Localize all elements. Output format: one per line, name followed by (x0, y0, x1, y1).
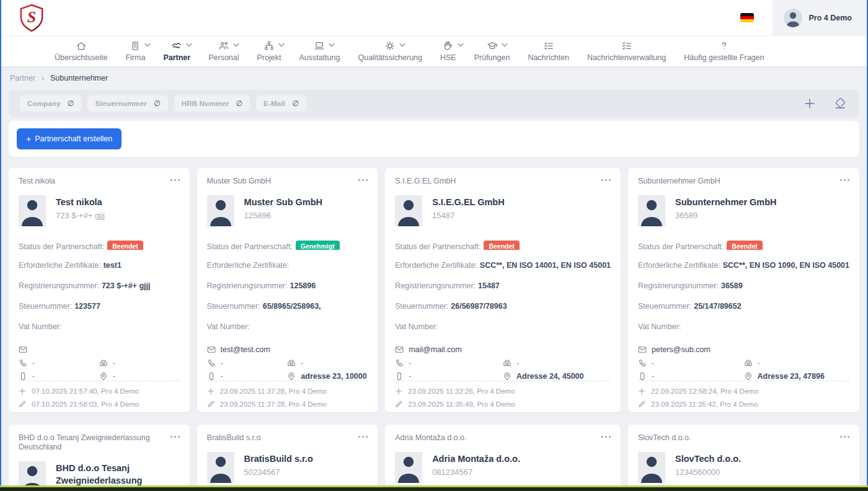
email-row[interactable]: test@test.com (207, 344, 368, 355)
vat-number-row: Vat Number: (638, 322, 849, 332)
certificates-row: Erforderliche Zertifikate: (207, 261, 368, 270)
partner-card[interactable]: S.I.E.G.EL GmbH S.I.E.G.EL GmbH 15487 St… (385, 168, 621, 412)
breadcrumb: Partner › Subunternehmer (0, 66, 868, 89)
plus-icon (638, 387, 645, 395)
create-partnership-button[interactable]: + Partnerschaft erstellen (17, 128, 122, 149)
address-cell: adresse 23, 10000 (287, 372, 368, 381)
envelope-icon (207, 345, 216, 354)
card-menu-button[interactable] (601, 433, 611, 440)
mobile-cell: - (395, 372, 503, 381)
clear-filter-icon[interactable]: ∅ (68, 100, 74, 107)
graduation-cap-icon (487, 40, 498, 51)
breadcrumb-partner[interactable]: Partner (10, 74, 35, 82)
vat-number-row: Vat Number: (19, 322, 180, 332)
svg-text:S: S (27, 7, 36, 25)
nav-item-nachrichtenverwaltung[interactable]: Nachrichtenverwaltung (587, 40, 666, 62)
task-list-icon (621, 40, 632, 51)
email-row[interactable] (19, 344, 180, 355)
partner-card[interactable]: SlovTech d.o.o. SlovTech d.o.o. 12345600… (628, 425, 859, 491)
fax-cell: - (503, 359, 611, 368)
nav-item-personal[interactable]: Personal (208, 40, 239, 62)
language-german-flag-icon[interactable] (740, 13, 754, 22)
partner-number: 723 $-+#+ gjjj (56, 211, 105, 220)
partner-avatar (638, 195, 665, 226)
fax-icon (744, 359, 753, 368)
status-row: Status der Partnerschaft:Beendet (19, 241, 180, 250)
nav-item-firma[interactable]: Firma (125, 40, 145, 62)
top-bar: S Pro 4 Demo (0, 0, 868, 35)
card-menu-button[interactable] (840, 177, 849, 184)
fax-icon (99, 359, 108, 368)
email-row[interactable]: mail@mail.com (395, 344, 611, 355)
address-cell: - (99, 372, 180, 381)
hand-icon (443, 40, 454, 51)
status-badge: Beendet (484, 241, 519, 250)
nav-item-h-ufig-gestellte-fragen[interactable]: Häufig gestellte Fragen (684, 40, 764, 62)
filter-chip-company[interactable]: Company ∅ (20, 95, 81, 112)
filter-chip-e-mail[interactable]: E-Mail ∅ (256, 95, 306, 112)
partner-card[interactable]: Muster Sub GmbH Muster Sub GmbH 125896 S… (197, 168, 378, 412)
vat-number-row: Vat Number: (395, 322, 611, 332)
nav-item-pr-fungen[interactable]: Prüfungen (474, 40, 510, 62)
phone-cell: - (638, 359, 743, 368)
card-menu-button[interactable] (358, 177, 368, 184)
card-menu-button[interactable] (840, 433, 849, 440)
partner-card[interactable]: Adria Montaža d.o.o. Adria Montaža d.o.o… (385, 425, 621, 491)
nav-item-ausstattung[interactable]: Ausstattung (299, 40, 340, 62)
nav-item-nachrichten[interactable]: Nachrichten (528, 40, 569, 62)
card-menu-button[interactable] (170, 433, 180, 440)
task-list-icon (543, 40, 554, 51)
nav-item-projekt[interactable]: Projekt (257, 40, 281, 62)
user-menu[interactable]: Pro 4 Demo (773, 0, 868, 35)
card-menu-button[interactable] (601, 177, 611, 184)
nav-item--bersichtsseite[interactable]: Übersichtsseite (55, 40, 107, 62)
clear-filters-eraser-icon[interactable] (833, 97, 847, 110)
partner-card[interactable]: Subunternehmer GmbH Subunternehmer GmbH … (628, 168, 859, 412)
partner-number: 36589 (675, 211, 777, 220)
fax-icon (503, 359, 512, 368)
email-row[interactable]: peters@sub.com (638, 344, 849, 355)
partner-avatar (207, 195, 234, 226)
nav-item-qualit-tssicherung[interactable]: Qualitätssicherung (358, 40, 422, 62)
nav-item-hse[interactable]: HSE (440, 40, 456, 62)
clear-filter-icon[interactable]: ∅ (236, 100, 242, 107)
status-row: Status der Partnerschaft:Beendet (638, 241, 849, 250)
plus-icon (19, 387, 26, 395)
filter-chip-steuernummer[interactable]: Steuernummer ∅ (87, 95, 167, 112)
clear-filter-icon[interactable]: ∅ (292, 100, 299, 107)
clear-filter-icon[interactable]: ∅ (154, 100, 161, 107)
chevron-down-icon (278, 43, 285, 47)
partner-card[interactable]: Test nikola Test nikola 723 $-+#+ gjjj S… (9, 168, 190, 412)
phone-icon (638, 359, 647, 368)
people-icon (218, 40, 229, 51)
partner-number: 1234560000 (675, 467, 741, 477)
chevron-down-icon (233, 43, 239, 47)
partner-avatar (395, 195, 422, 226)
card-menu-button[interactable] (358, 433, 368, 440)
add-filter-icon[interactable] (803, 97, 817, 110)
partner-card[interactable]: BHD d.o.o Tesanj Zweigniederlassung Deut… (9, 425, 190, 491)
card-footer: 07.10.2025 21:57:40, Pro 4 Demo 07.10.20… (19, 381, 180, 408)
address-cell: Adresse 23, 47896 (744, 372, 849, 381)
card-title: Muster Sub GmbH (207, 177, 277, 186)
mobile-icon (638, 372, 647, 381)
tax-number-row: Steuernummer:123577 (19, 302, 180, 311)
fax-cell: - (744, 359, 849, 368)
brand-shield-logo[interactable]: S (19, 4, 45, 32)
partner-avatar (638, 452, 665, 483)
registration-number-row: Registrierungsnummer:125896 (207, 281, 368, 291)
certificates-row: Erforderliche Zertifikate:SCC**, EN ISO … (638, 261, 849, 270)
card-title: Subunternehmer GmbH (638, 177, 725, 186)
card-menu-button[interactable] (170, 177, 180, 184)
chevron-down-icon (458, 43, 464, 47)
location-pin-icon (99, 372, 108, 381)
partner-name: Test nikola (56, 197, 105, 209)
chevron-down-icon (329, 43, 335, 47)
filter-chip-hrb-nummer[interactable]: HRB Nummer ∅ (174, 95, 250, 112)
nav-item-partner[interactable]: Partner (163, 40, 190, 62)
card-title: SlovTech d.o.o. (638, 433, 696, 443)
partner-name: BratisBuild s.r.o (244, 453, 313, 466)
partner-card[interactable]: BratisBuild s.r.o BratisBuild s.r.o 5023… (197, 425, 378, 491)
partner-avatar (207, 452, 234, 483)
user-name: Pro 4 Demo (809, 14, 852, 22)
